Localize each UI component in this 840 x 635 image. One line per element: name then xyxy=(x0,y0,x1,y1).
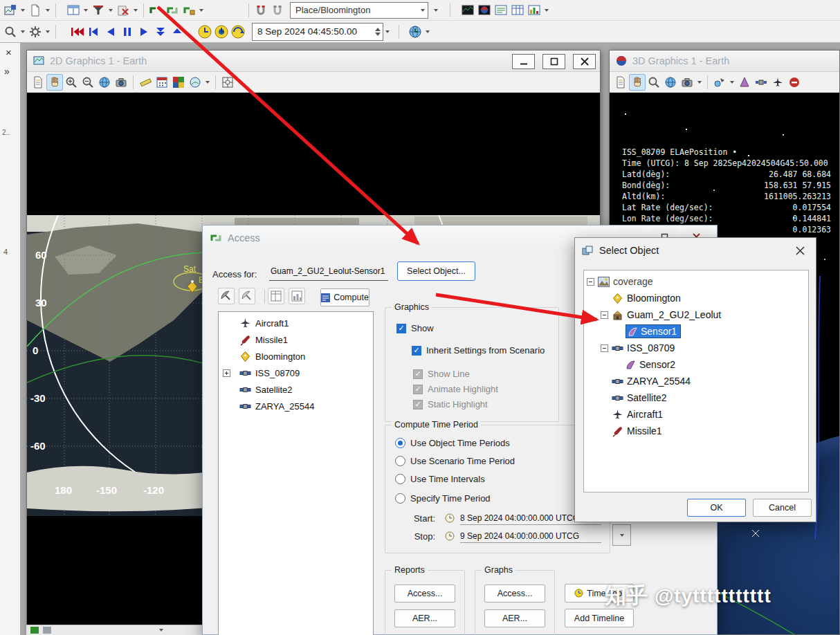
view-from-to-icon[interactable] xyxy=(711,74,728,91)
use-scenario-time-radio[interactable]: Use Scenario Time Period xyxy=(395,456,515,466)
settings-gear-icon[interactable] xyxy=(27,24,44,40)
2d-toolbar-caret2-icon[interactable] xyxy=(238,81,242,84)
3d-window-titlebar[interactable]: 3D Graphics 1 - Earth xyxy=(610,50,839,72)
show-checkbox[interactable]: ✓ Show xyxy=(396,323,434,333)
magnet-snap-icon[interactable] xyxy=(253,2,269,19)
list-item[interactable]: Satellite2 xyxy=(219,381,373,398)
static-highlight-checkbox[interactable]: ✓ Static Highlight xyxy=(413,399,488,409)
collapse-minus-icon[interactable] xyxy=(601,344,608,352)
tree-item-satellite[interactable]: ISS_08709 xyxy=(584,340,808,356)
compute-button[interactable]: Compute xyxy=(320,288,369,306)
list-item[interactable]: ZARYA_25544 xyxy=(219,398,373,414)
access-for-field[interactable]: Guam_2_GU2_Leolut-Sensor1 xyxy=(269,261,388,281)
dock-grid-icon[interactable] xyxy=(43,627,51,634)
panel-close-icon[interactable]: × xyxy=(6,47,12,57)
reset-clock-icon[interactable] xyxy=(197,24,213,40)
time-spinner[interactable] xyxy=(375,28,381,36)
report-window-icon[interactable] xyxy=(509,2,526,19)
view-caret-icon[interactable] xyxy=(730,81,734,84)
timeline-icon[interactable] xyxy=(30,627,39,634)
tree-item-satellite[interactable]: ZARYA_25544 xyxy=(584,373,808,389)
animate-highlight-checkbox[interactable]: ✓ Animate Highlight xyxy=(413,384,498,394)
animation-time-field[interactable]: 8 Sep 2024 04:45:50.00 xyxy=(252,23,383,41)
access-dish2-icon[interactable] xyxy=(239,288,255,304)
zoom-out-icon[interactable] xyxy=(80,74,96,91)
specify-time-period-radio[interactable]: Specify Time Period xyxy=(395,493,491,504)
pause-icon[interactable] xyxy=(119,24,136,40)
object-select-combo[interactable]: Place/Bloomington xyxy=(290,2,428,19)
message-viewer-icon[interactable] xyxy=(493,2,509,19)
sync-clock-icon[interactable] xyxy=(230,24,246,40)
animation-reset-icon[interactable] xyxy=(69,24,86,40)
object-tree[interactable]: coverage Bloomington Guam_2_GU2_Leolut S… xyxy=(583,270,809,493)
window-manager-caret-icon[interactable] xyxy=(84,9,88,12)
pan-hand-icon[interactable] xyxy=(46,74,63,91)
cancel-button[interactable]: Cancel xyxy=(753,499,812,517)
clear-caret-icon[interactable] xyxy=(134,9,138,12)
clock-icon[interactable] xyxy=(445,531,455,541)
satellite-view-icon[interactable] xyxy=(753,74,769,91)
access-object-list[interactable]: Aircraft1 Missile1 Bloomington ISS_08709 xyxy=(218,311,374,635)
tree-item-aircraft[interactable]: Aircraft1 xyxy=(584,406,808,423)
report-aer-button[interactable]: AER... xyxy=(394,609,455,627)
expand-plus-icon[interactable] xyxy=(223,369,230,377)
measure-ruler-icon[interactable] xyxy=(137,74,154,91)
windows-caret-icon[interactable] xyxy=(545,9,549,12)
collapse-minus-icon[interactable] xyxy=(587,278,594,286)
insert-object-icon[interactable] xyxy=(2,2,19,19)
increase-time-step-icon[interactable] xyxy=(169,24,185,40)
access-caret-icon[interactable] xyxy=(199,9,203,12)
list-item[interactable]: ISS_08709 xyxy=(219,365,373,381)
inherit-settings-checkbox[interactable]: ✓ Inherit Settings from Scenario xyxy=(412,345,554,356)
list-item[interactable]: Bloomington xyxy=(219,348,373,365)
graph-window-icon[interactable] xyxy=(526,2,542,19)
2d-window-titlebar[interactable]: 2D Graphics 1 - Earth xyxy=(27,50,600,72)
window-manager-icon[interactable] xyxy=(65,2,82,19)
tree-item-satellite[interactable]: Satellite2 xyxy=(584,389,808,406)
deck-access-icon[interactable] xyxy=(181,2,197,19)
selected-item-highlight[interactable]: Sensor1 xyxy=(626,324,681,338)
insert-object-caret-icon[interactable] xyxy=(21,9,25,12)
list-item[interactable]: Aircraft1 xyxy=(219,315,373,331)
clock-icon[interactable] xyxy=(445,513,455,523)
step-back-icon[interactable] xyxy=(86,24,102,40)
new-file-icon[interactable] xyxy=(27,2,44,19)
decrease-time-step-icon[interactable] xyxy=(152,24,169,40)
new-file-caret-icon[interactable] xyxy=(46,9,50,12)
filter-icon[interactable] xyxy=(90,2,107,19)
combo-options-caret-icon[interactable] xyxy=(434,9,438,12)
3d-zoom-icon[interactable] xyxy=(646,74,662,91)
panel-expand-icon[interactable]: » xyxy=(4,66,10,76)
time-period-dropdown-button[interactable] xyxy=(612,524,631,546)
tree-item-facility[interactable]: Guam_2_GU2_Leolut xyxy=(584,306,808,323)
access-chain-icon[interactable] xyxy=(164,2,181,19)
list-item[interactable]: Missile1 xyxy=(219,331,373,348)
3d-camera-icon[interactable] xyxy=(679,74,695,91)
tree-item-coverage[interactable]: coverage xyxy=(584,273,808,290)
use-object-time-radio[interactable]: Use Object Time Periods xyxy=(395,438,510,448)
filter-caret-icon[interactable] xyxy=(109,9,113,12)
dock-caret-icon[interactable] xyxy=(159,629,163,632)
access-graph-icon[interactable] xyxy=(289,288,305,304)
set-time-icon[interactable] xyxy=(213,24,230,40)
play-backward-icon[interactable] xyxy=(102,24,119,40)
projection-globe-icon[interactable] xyxy=(187,74,203,91)
access-dish-icon[interactable] xyxy=(218,288,235,304)
new-2d-window-icon[interactable] xyxy=(459,2,476,19)
zoom-caret-icon[interactable] xyxy=(21,30,25,33)
magnet-track-icon[interactable] xyxy=(269,2,286,19)
3d-toolbar-caret-icon[interactable] xyxy=(697,81,702,84)
zoom-tool-icon[interactable] xyxy=(2,24,19,40)
3d-pan-hand-icon[interactable] xyxy=(629,74,646,91)
new-3d-window-icon[interactable] xyxy=(476,2,493,19)
graph-aer-button[interactable]: AER... xyxy=(484,609,545,627)
3d-globe-icon[interactable] xyxy=(662,74,679,91)
tree-item-missile[interactable]: Missile1 xyxy=(584,423,808,439)
stop-time-field[interactable]: 9 Sep 2024 04:00:00.000 UTCG xyxy=(460,529,601,543)
select-object-titlebar[interactable]: Select Object xyxy=(575,238,816,263)
settings-caret-icon[interactable] xyxy=(46,30,50,33)
play-forward-icon[interactable] xyxy=(136,24,152,40)
minimize-button[interactable] xyxy=(512,54,535,69)
imagery-layers-icon[interactable] xyxy=(170,74,187,91)
tree-item-place[interactable]: Bloomington xyxy=(584,290,808,306)
